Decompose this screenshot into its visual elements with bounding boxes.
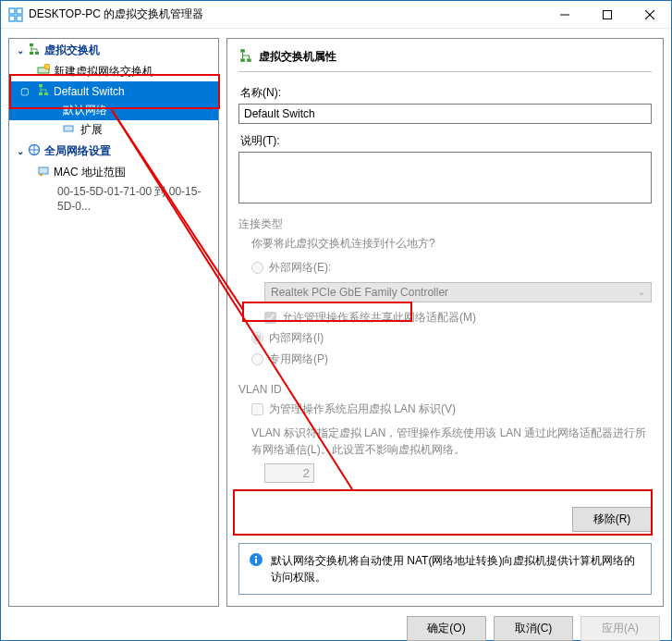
properties-title: 虚拟交换机属性 — [259, 49, 336, 65]
network-icon — [28, 43, 41, 58]
vlan-title: VLAN ID — [238, 383, 652, 396]
svg-rect-19 — [40, 174, 43, 176]
svg-rect-24 — [255, 559, 257, 563]
minimize-button[interactable] — [544, 1, 586, 29]
svg-point-12 — [44, 64, 50, 69]
new-switch-icon — [37, 64, 50, 80]
name-label: 名称(N): — [240, 85, 652, 101]
tree-item-new-switch-label: 新建虚拟网络交换机 — [54, 64, 153, 80]
chevron-down-icon: ⌄ — [15, 45, 26, 55]
connection-type-prompt: 你要将此虚拟交换机连接到什么地方? — [238, 236, 652, 252]
vlan-enable-label: 为管理操作系统启用虚拟 LAN 标识(V) — [269, 401, 456, 417]
vlan-note: VLAN 标识符指定虚拟 LAN，管理操作系统使用该 LAN 通过此网络适配器进… — [238, 419, 652, 463]
vlan-id-input — [264, 463, 314, 483]
ok-button[interactable]: 确定(O) — [407, 616, 486, 641]
cancel-button[interactable]: 取消(C) — [494, 616, 573, 641]
svg-rect-22 — [240, 58, 245, 61]
svg-rect-5 — [604, 10, 612, 18]
connection-type-group: 连接类型 你要将此虚拟交换机连接到什么地方? 外部网络(E): Realtek … — [238, 216, 652, 370]
tree-item-extensions[interactable]: 扩展 — [9, 120, 218, 140]
extension-icon — [63, 123, 74, 137]
minus-icon: ▢ — [20, 86, 31, 96]
svg-rect-3 — [17, 16, 22, 21]
vlan-enable-checkbox — [251, 403, 263, 415]
properties-header: 虚拟交换机属性 — [238, 46, 652, 72]
dialog-body: ⌄ 虚拟交换机 新建虚拟网络交换机 ▢ — [1, 29, 671, 641]
description-label: 说明(T): — [240, 133, 652, 149]
chevron-down-icon: ⌄ — [638, 287, 645, 297]
globe-icon — [28, 143, 41, 159]
radio-private: 专用网络(P) — [238, 349, 652, 370]
tree-item-default-switch-label: Default Switch — [54, 85, 125, 98]
radio-private-input — [251, 353, 263, 365]
app-icon — [8, 7, 23, 22]
nic-select: Realtek PCIe GbE Family Controller ⌄ — [264, 282, 652, 302]
tree-item-new-switch[interactable]: 新建虚拟网络交换机 — [9, 62, 218, 81]
nic-select-value: Realtek PCIe GbE Family Controller — [271, 286, 448, 299]
close-button[interactable] — [629, 1, 671, 29]
tree-item-mac-range[interactable]: MAC 地址范围 — [9, 163, 218, 182]
radio-external: 外部网络(E): — [238, 257, 652, 278]
tree-section-global[interactable]: ⌄ 全局网络设置 — [9, 140, 218, 163]
tree-section-global-label: 全局网络设置 — [44, 143, 111, 159]
tree-pane: ⌄ 虚拟交换机 新建虚拟网络交换机 ▢ — [8, 38, 219, 607]
apply-button[interactable]: 应用(A) — [580, 616, 660, 641]
tree-item-mac-range-label: MAC 地址范围 — [54, 165, 126, 180]
radio-internal-label: 内部网络(I) — [269, 330, 324, 346]
svg-rect-1 — [17, 8, 22, 14]
svg-rect-8 — [30, 43, 33, 46]
tree-item-default-switch-sub[interactable]: 默认网络 — [9, 101, 218, 120]
remove-button[interactable]: 移除(R) — [572, 507, 652, 532]
nic-icon — [37, 165, 50, 180]
connection-type-title: 连接类型 — [238, 216, 652, 232]
allow-mgmt-checkbox — [264, 312, 276, 324]
description-input[interactable] — [238, 152, 652, 203]
vlan-group: VLAN ID 为管理操作系统启用虚拟 LAN 标识(V) VLAN 标识符指定… — [238, 383, 652, 483]
vlan-enable-check: 为管理操作系统启用虚拟 LAN 标识(V) — [238, 400, 652, 419]
info-icon — [249, 552, 263, 586]
svg-rect-18 — [39, 167, 48, 174]
svg-rect-10 — [30, 52, 33, 55]
tree-item-extensions-label: 扩展 — [80, 123, 103, 136]
window: DESKTOP-PC 的虚拟交换机管理器 ⌄ 虚拟交换机 新建虚 — [0, 0, 672, 641]
chevron-down-icon: ⌄ — [15, 146, 26, 156]
maximize-button[interactable] — [586, 1, 629, 29]
tree-section-vswitch-label: 虚拟交换机 — [44, 43, 100, 58]
info-text: 默认网络交换机将自动使用 NAT(网络地址转换)向虚拟机提供计算机网络的访问权限… — [271, 552, 641, 586]
remove-row: 移除(R) — [238, 507, 652, 532]
dialog-footer: 确定(O) 取消(C) 应用(A) — [8, 607, 664, 641]
radio-external-label: 外部网络(E): — [269, 260, 331, 276]
svg-rect-25 — [255, 556, 257, 558]
allow-mgmt-label: 允许管理操作系统共享此网络适配器(M) — [282, 310, 476, 326]
svg-rect-14 — [44, 92, 48, 95]
radio-private-label: 专用网络(P) — [269, 351, 328, 367]
tree-section-vswitch[interactable]: ⌄ 虚拟交换机 — [9, 39, 218, 62]
window-title: DESKTOP-PC 的虚拟交换机管理器 — [29, 6, 544, 22]
tree-item-mac-range-value: 00-15-5D-01-71-00 到 00-15-5D-0... — [9, 182, 218, 215]
switch-icon — [238, 48, 253, 66]
radio-internal: 内部网络(I) — [238, 327, 652, 349]
svg-rect-0 — [9, 8, 15, 14]
allow-mgmt-check: 允许管理操作系统共享此网络适配器(M) — [238, 308, 652, 327]
tree-item-default-switch-sub-label: 默认网络 — [63, 104, 107, 117]
svg-rect-15 — [39, 92, 43, 95]
radio-internal-input — [251, 332, 263, 344]
titlebar: DESKTOP-PC 的虚拟交换机管理器 — [1, 1, 671, 29]
properties-pane: 虚拟交换机属性 名称(N): 说明(T): 连接类型 你要将此虚拟交换机连接到什… — [226, 38, 664, 607]
radio-external-input — [251, 262, 263, 274]
svg-rect-21 — [247, 58, 251, 61]
svg-rect-13 — [39, 84, 43, 87]
tree-item-default-switch[interactable]: ▢ Default Switch — [9, 81, 218, 101]
svg-rect-20 — [240, 49, 245, 52]
svg-rect-2 — [9, 16, 15, 21]
svg-rect-16 — [64, 126, 73, 131]
info-box: 默认网络交换机将自动使用 NAT(网络地址转换)向虚拟机提供计算机网络的访问权限… — [238, 543, 652, 595]
switch-icon — [37, 83, 50, 99]
svg-rect-9 — [35, 52, 39, 55]
name-input[interactable] — [238, 104, 652, 124]
